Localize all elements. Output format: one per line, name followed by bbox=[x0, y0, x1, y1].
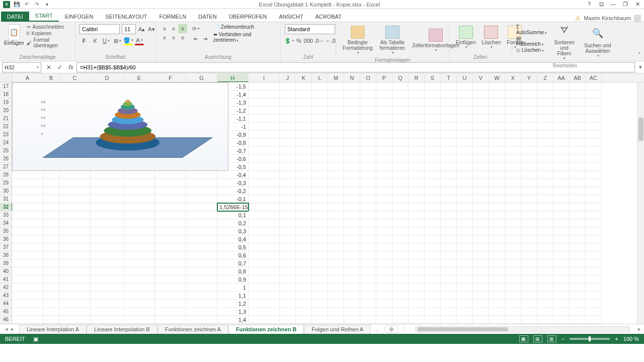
cell-O44[interactable] bbox=[360, 300, 376, 308]
cell-U25[interactable] bbox=[457, 147, 473, 155]
cell-F36[interactable] bbox=[155, 235, 186, 243]
cell-I36[interactable] bbox=[249, 235, 280, 243]
cell-P43[interactable] bbox=[376, 292, 392, 300]
cell-X21[interactable] bbox=[505, 115, 521, 123]
cell-M36[interactable] bbox=[328, 235, 344, 243]
cell-Z43[interactable] bbox=[537, 292, 553, 300]
cell-Y32[interactable] bbox=[521, 203, 537, 211]
cell-A36[interactable] bbox=[12, 235, 43, 243]
cell-O46[interactable] bbox=[360, 316, 376, 324]
cell-M17[interactable] bbox=[328, 82, 344, 90]
cell-M39[interactable] bbox=[328, 259, 344, 267]
cell-K39[interactable] bbox=[296, 259, 312, 267]
column-header-K[interactable]: K bbox=[296, 73, 312, 82]
add-sheet-button[interactable]: ⊕ bbox=[384, 325, 398, 333]
cell-Q30[interactable] bbox=[392, 187, 409, 195]
cell-J25[interactable] bbox=[280, 147, 296, 155]
cell-W45[interactable] bbox=[489, 308, 505, 316]
cell-L17[interactable] bbox=[312, 82, 328, 90]
increase-decimal-button[interactable]: .0→ bbox=[315, 36, 324, 45]
tab-einfuegen[interactable]: EINFÜGEN bbox=[59, 12, 100, 22]
cell-K23[interactable] bbox=[296, 131, 312, 139]
cell-X19[interactable] bbox=[505, 99, 521, 107]
cell-S37[interactable] bbox=[425, 243, 441, 251]
cell-W32[interactable] bbox=[489, 203, 505, 211]
undo-icon[interactable]: ↶ bbox=[23, 1, 30, 8]
cell-V28[interactable] bbox=[473, 171, 489, 179]
cell-AB38[interactable] bbox=[570, 251, 586, 259]
cell-Z33[interactable] bbox=[537, 211, 553, 219]
cell-R36[interactable] bbox=[409, 235, 425, 243]
cell-V29[interactable] bbox=[473, 179, 489, 187]
cell-T22[interactable] bbox=[441, 123, 457, 131]
cell-AC36[interactable] bbox=[586, 235, 602, 243]
cell-N21[interactable] bbox=[344, 115, 360, 123]
insert-function-icon[interactable]: fx bbox=[65, 62, 76, 72]
cell-O45[interactable] bbox=[360, 308, 376, 316]
cell-K25[interactable] bbox=[296, 147, 312, 155]
sort-filter-button[interactable]: ᗊSortieren und Filtern▾ bbox=[550, 24, 579, 62]
cell-Z19[interactable] bbox=[537, 99, 553, 107]
cell-T39[interactable] bbox=[441, 259, 457, 267]
comma-button[interactable]: 000 bbox=[304, 36, 313, 45]
cut-button[interactable]: ✂ Ausschneiden bbox=[27, 24, 71, 30]
cell-AA26[interactable] bbox=[553, 155, 570, 163]
cell-I29[interactable] bbox=[249, 179, 280, 187]
cell-D41[interactable] bbox=[91, 276, 124, 284]
column-header-F[interactable]: F bbox=[155, 73, 186, 82]
cell-O39[interactable] bbox=[360, 259, 376, 267]
cell-A44[interactable] bbox=[12, 300, 43, 308]
cell-D32[interactable] bbox=[91, 203, 124, 211]
cell-N39[interactable] bbox=[344, 259, 360, 267]
cell-O33[interactable] bbox=[360, 211, 376, 219]
cell-I26[interactable] bbox=[249, 155, 280, 163]
cell-Y46[interactable] bbox=[521, 316, 537, 324]
cell-S35[interactable] bbox=[425, 227, 441, 235]
border-button[interactable]: ⊞▾ bbox=[113, 36, 122, 45]
column-header-R[interactable]: R bbox=[409, 73, 425, 82]
cell-I17[interactable] bbox=[249, 82, 280, 90]
cell-T34[interactable] bbox=[441, 219, 457, 227]
cell-L37[interactable] bbox=[312, 243, 328, 251]
cell-AB27[interactable] bbox=[570, 163, 586, 171]
cell-I40[interactable] bbox=[249, 267, 280, 276]
cell-W27[interactable] bbox=[489, 163, 505, 171]
cell-L24[interactable] bbox=[312, 139, 328, 147]
cell-R33[interactable] bbox=[409, 211, 425, 219]
sheets-more[interactable]: ... bbox=[371, 326, 381, 332]
cell-AA36[interactable] bbox=[553, 235, 570, 243]
cell-N36[interactable] bbox=[344, 235, 360, 243]
tab-ansicht[interactable]: ANSICHT bbox=[273, 12, 309, 22]
cell-C43[interactable] bbox=[59, 292, 91, 300]
cell-V32[interactable] bbox=[473, 203, 489, 211]
cell-P26[interactable] bbox=[376, 155, 392, 163]
align-middle-button[interactable]: ≡ bbox=[169, 24, 178, 33]
align-right-button[interactable]: ≡ bbox=[178, 33, 187, 42]
row-header-22[interactable]: 22 bbox=[0, 123, 12, 131]
cell-J42[interactable] bbox=[280, 284, 296, 292]
cell-AB39[interactable] bbox=[570, 259, 586, 267]
cell-G43[interactable] bbox=[186, 292, 217, 300]
cell-Z22[interactable] bbox=[537, 123, 553, 131]
cell-V20[interactable] bbox=[473, 107, 489, 115]
cell-L40[interactable] bbox=[312, 267, 328, 276]
macro-record-icon[interactable]: ▣ bbox=[30, 336, 41, 342]
cell-T41[interactable] bbox=[441, 276, 457, 284]
cell-S18[interactable] bbox=[425, 90, 441, 99]
avatar[interactable] bbox=[634, 15, 641, 22]
cell-N42[interactable] bbox=[344, 284, 360, 292]
sheet-tab-4[interactable]: Folgen und Reihen A bbox=[304, 325, 371, 334]
cell-J32[interactable] bbox=[280, 203, 296, 211]
cell-W24[interactable] bbox=[489, 139, 505, 147]
column-header-Z[interactable]: Z bbox=[537, 73, 553, 82]
cell-AC24[interactable] bbox=[586, 139, 602, 147]
cell-G46[interactable] bbox=[186, 316, 217, 324]
cell-M35[interactable] bbox=[328, 227, 344, 235]
cell-P36[interactable] bbox=[376, 235, 392, 243]
cell-W28[interactable] bbox=[489, 171, 505, 179]
row-header-30[interactable]: 30 bbox=[0, 187, 12, 195]
sheet-tab-0[interactable]: Lineare Interplation A bbox=[19, 325, 87, 334]
cell-P22[interactable] bbox=[376, 123, 392, 131]
cell-Q28[interactable] bbox=[392, 171, 409, 179]
cell-W22[interactable] bbox=[489, 123, 505, 131]
